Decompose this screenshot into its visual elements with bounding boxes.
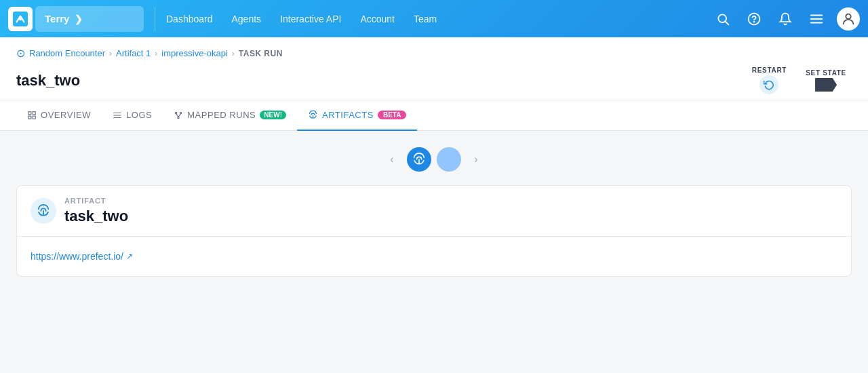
list-icon (113, 111, 122, 120)
fingerprint-icon-dot (412, 152, 427, 167)
pagination: ‹ › (16, 147, 852, 172)
artifact-link[interactable]: https://www.prefect.io/ ↗ (31, 251, 133, 262)
breadcrumb-random-encounter[interactable]: Random Encounter (29, 48, 105, 58)
nav-links: Dashboard Agents Interactive API Account… (166, 14, 712, 24)
branch-icon (174, 111, 183, 120)
svg-line-3 (726, 21, 729, 24)
artifacts-badge: Beta (378, 111, 406, 119)
search-icon[interactable] (712, 8, 734, 30)
topnav-actions (712, 7, 860, 31)
nav-divider (155, 7, 155, 31)
breadcrumb-current: TASK RUN (239, 49, 283, 58)
page-header: ⊙ Random Encounter › Artifact 1 › impres… (0, 37, 868, 100)
svg-rect-12 (28, 116, 31, 119)
external-link-icon: ↗ (126, 252, 133, 261)
tab-mapped-runs[interactable]: MAPPED RUNS New! (163, 100, 297, 131)
artifact-section-label: ARTIFACT (64, 197, 128, 205)
tab-overview[interactable]: OVERVIEW (16, 100, 102, 131)
artifact-title: task_two (64, 208, 128, 225)
artifact-card-header: ARTIFACT task_two (17, 186, 851, 237)
notifications-icon[interactable] (774, 8, 796, 30)
workspace-name: Terry (45, 13, 69, 24)
workspace-selector[interactable]: Terry ❯ (35, 6, 144, 32)
chevron-right-icon: ❯ (75, 14, 83, 24)
restart-button[interactable]: RESTART (747, 64, 792, 97)
user-avatar[interactable] (837, 7, 860, 31)
breadcrumb-sep-1: › (109, 49, 112, 58)
svg-line-21 (178, 113, 181, 117)
svg-rect-10 (28, 111, 31, 114)
pagination-dot-2[interactable] (437, 147, 461, 172)
menu-icon[interactable] (806, 8, 827, 30)
help-icon[interactable] (743, 8, 765, 30)
nav-team[interactable]: Team (414, 14, 437, 24)
grid-icon (27, 111, 37, 120)
nav-agents[interactable]: Agents (232, 14, 262, 24)
artifact-header-icon (31, 198, 56, 224)
page-actions: RESTART SET STATE (747, 64, 852, 97)
artifact-header-text: ARTIFACT task_two (64, 197, 128, 225)
tab-artifacts[interactable]: ARTIFACTS Beta (297, 100, 417, 131)
svg-line-20 (176, 113, 179, 117)
tab-logs[interactable]: LOGS (102, 100, 163, 131)
set-state-button[interactable]: SET STATE (800, 66, 852, 94)
svg-point-5 (754, 21, 755, 22)
set-state-arrow-icon (815, 78, 837, 92)
fingerprint-icon (308, 110, 318, 120)
logo[interactable] (8, 7, 33, 31)
nav-account[interactable]: Account (360, 14, 395, 24)
pagination-dot-1[interactable] (407, 147, 431, 172)
topnav: Terry ❯ Dashboard Agents Interactive API… (0, 0, 868, 37)
svg-rect-11 (33, 111, 35, 114)
breadcrumb-artifact-1[interactable]: Artifact 1 (116, 48, 151, 58)
page-title-row: task_two RESTART SET STATE (16, 64, 852, 100)
pagination-next[interactable]: › (467, 150, 486, 169)
artifact-card-body: https://www.prefect.io/ ↗ (17, 237, 851, 276)
svg-rect-13 (33, 116, 35, 119)
breadcrumb-impressive-okapi[interactable]: impressive-okapi (161, 48, 228, 58)
breadcrumb-home-icon: ⊙ (16, 47, 25, 60)
nav-dashboard[interactable]: Dashboard (166, 14, 213, 24)
main-content: ‹ › (0, 131, 868, 373)
nav-interactive-api[interactable]: Interactive API (280, 14, 341, 24)
tabs: OVERVIEW LOGS MAPPED RUNS New! ARTIFACTS… (0, 100, 868, 131)
svg-point-9 (846, 14, 850, 18)
pagination-prev[interactable]: ‹ (382, 150, 401, 169)
artifact-card: ARTIFACT task_two https://www.prefect.io… (16, 185, 852, 277)
page-title: task_two (16, 72, 747, 90)
mapped-runs-badge: New! (260, 111, 286, 119)
svg-point-1 (19, 17, 22, 20)
breadcrumb-sep-3: › (232, 49, 235, 58)
breadcrumb-sep-2: › (155, 49, 157, 58)
breadcrumb: ⊙ Random Encounter › Artifact 1 › impres… (16, 44, 852, 60)
restart-icon (760, 75, 778, 94)
